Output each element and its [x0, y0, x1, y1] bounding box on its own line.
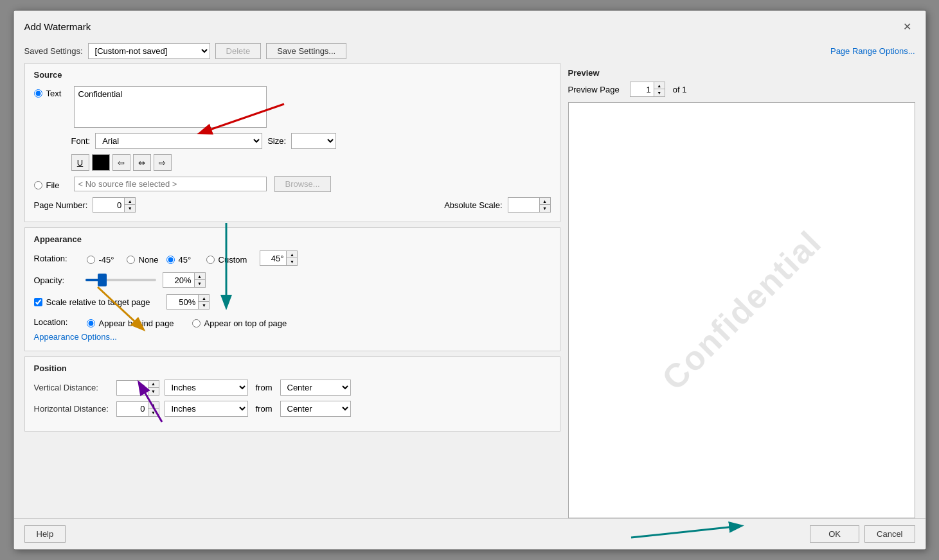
- vertical-unit-select[interactable]: Inches: [165, 380, 248, 396]
- horizontal-up[interactable]: ▲: [148, 402, 159, 409]
- opacity-up[interactable]: ▲: [195, 273, 205, 280]
- file-label: File: [46, 180, 60, 190]
- opacity-label: Opacity:: [34, 276, 79, 285]
- toolbar: Saved Settings: [Custom-not saved] Delet…: [14, 39, 926, 63]
- format-row: U ⇦ ⇔ ⇨: [71, 154, 551, 171]
- rotation-up[interactable]: ▲: [287, 251, 297, 258]
- loc-behind-text: Appear behind page: [99, 319, 174, 328]
- file-row: File Browse...: [34, 176, 551, 192]
- loc-behind-label[interactable]: Appear behind page: [87, 319, 174, 328]
- preview-page-spin-arrows: ▲ ▼: [654, 82, 665, 96]
- align-center-button[interactable]: ⇔: [133, 154, 151, 171]
- vertical-from-select[interactable]: Center: [280, 380, 351, 396]
- rotation-neg45-label[interactable]: -45°: [87, 255, 119, 265]
- vertical-input[interactable]: [117, 381, 148, 395]
- scale-input[interactable]: [167, 295, 198, 309]
- rotation-value-input[interactable]: [260, 251, 286, 265]
- save-settings-button[interactable]: Save Settings...: [266, 43, 346, 59]
- opacity-slider-fill: [85, 279, 100, 281]
- vertical-down[interactable]: ▼: [148, 388, 159, 395]
- rotation-row: Rotation: -45° None 45°: [34, 250, 551, 266]
- loc-ontop-label[interactable]: Appear on top of page: [192, 319, 287, 328]
- underline-button[interactable]: U: [71, 154, 89, 171]
- rotation-45-radio[interactable]: [166, 256, 175, 264]
- opacity-input[interactable]: [163, 273, 194, 287]
- rotation-none-label[interactable]: None: [127, 255, 159, 265]
- file-radio[interactable]: [34, 181, 42, 189]
- font-select[interactable]: Arial: [95, 133, 262, 149]
- absolute-scale-down[interactable]: ▼: [540, 205, 550, 212]
- scale-label: Scale relative to target page: [46, 297, 150, 307]
- preview-page-row: Preview Page ▲ ▼ of 1: [568, 82, 915, 97]
- page-range-link[interactable]: Page Range Options...: [830, 46, 915, 56]
- rotation-45-label[interactable]: 45°: [166, 255, 199, 265]
- ok-button[interactable]: OK: [810, 525, 859, 543]
- color-picker-button[interactable]: [92, 154, 110, 171]
- opacity-slider-track[interactable]: [85, 279, 156, 281]
- cancel-button[interactable]: Cancel: [864, 525, 915, 543]
- rotation-value-spinner: ▲ ▼: [260, 250, 298, 266]
- appearance-options-link[interactable]: Appearance Options...: [34, 332, 117, 342]
- align-right-button[interactable]: ⇨: [154, 154, 172, 171]
- rotation-radio-group: -45° None 45° Custom: [87, 252, 247, 265]
- opacity-slider-thumb[interactable]: [98, 274, 107, 286]
- rotation-custom-label[interactable]: Custom: [206, 255, 247, 265]
- size-select[interactable]: [291, 133, 336, 149]
- rotation-neg45-radio[interactable]: [87, 256, 95, 264]
- text-label: Text: [46, 89, 62, 98]
- horizontal-from-select[interactable]: Center: [280, 401, 351, 417]
- scale-checkbox-label[interactable]: Scale relative to target page: [34, 297, 150, 307]
- help-button[interactable]: Help: [24, 525, 66, 543]
- location-label: Location:: [34, 317, 79, 327]
- scale-checkbox[interactable]: [34, 298, 42, 306]
- preview-of-label: of 1: [673, 85, 687, 94]
- file-path-input[interactable]: [74, 177, 267, 191]
- preview-box: Confidential: [568, 102, 915, 518]
- absolute-scale-input[interactable]: [508, 198, 539, 212]
- close-button[interactable]: ✕: [900, 19, 915, 34]
- appearance-title: Appearance: [34, 234, 551, 244]
- text-radio[interactable]: [34, 89, 42, 98]
- page-number-spinner: ▲ ▼: [93, 197, 136, 213]
- vertical-spinner: ▲ ▼: [116, 380, 159, 396]
- loc-ontop-radio[interactable]: [192, 319, 201, 328]
- preview-page-input[interactable]: [630, 82, 654, 96]
- vertical-up[interactable]: ▲: [148, 381, 159, 388]
- location-row: Location: Appear behind page Appear on t…: [34, 316, 551, 328]
- preview-page-up[interactable]: ▲: [654, 82, 665, 89]
- horizontal-label: Horizontal Distance:: [34, 404, 111, 414]
- opacity-down[interactable]: ▼: [195, 280, 205, 287]
- scale-row: Scale relative to target page ▲ ▼: [34, 294, 551, 310]
- absolute-scale-up[interactable]: ▲: [540, 198, 550, 205]
- rotation-down[interactable]: ▼: [287, 258, 297, 265]
- title-bar: Add Watermark ✕: [14, 11, 926, 39]
- rotation-45-text: 45°: [179, 255, 192, 265]
- dialog-title: Add Watermark: [24, 21, 91, 32]
- watermark-preview-text: Confidential: [654, 223, 829, 398]
- page-number-down[interactable]: ▼: [125, 205, 135, 212]
- right-panel: Preview Preview Page ▲ ▼ of 1 Confidenti…: [568, 63, 915, 518]
- page-number-up[interactable]: ▲: [125, 198, 135, 205]
- preview-page-down[interactable]: ▼: [654, 89, 665, 96]
- loc-behind-radio[interactable]: [87, 319, 95, 328]
- align-left-button[interactable]: ⇦: [112, 154, 130, 171]
- position-title: Position: [34, 363, 551, 373]
- scale-down[interactable]: ▼: [199, 302, 209, 309]
- rotation-none-text: None: [139, 255, 159, 265]
- file-radio-label[interactable]: File: [34, 180, 66, 190]
- horizontal-input[interactable]: [117, 402, 148, 416]
- horizontal-down[interactable]: ▼: [148, 409, 159, 416]
- left-panel: Source Text Confidential Font: Arial Siz…: [24, 63, 560, 518]
- absolute-scale-label: Absolute Scale:: [444, 200, 502, 210]
- rotation-custom-radio[interactable]: [206, 256, 215, 264]
- delete-button[interactable]: Delete: [215, 43, 262, 59]
- watermark-text-input[interactable]: Confidential: [74, 86, 267, 128]
- horizontal-unit-select[interactable]: Inches: [165, 401, 248, 417]
- saved-settings-select[interactable]: [Custom-not saved]: [88, 43, 210, 59]
- text-radio-label[interactable]: Text: [34, 89, 66, 98]
- browse-button[interactable]: Browse...: [274, 176, 331, 192]
- page-number-input[interactable]: [93, 198, 124, 212]
- scale-up[interactable]: ▲: [199, 295, 209, 302]
- font-row: Font: Arial Size:: [71, 133, 551, 149]
- rotation-none-radio[interactable]: [127, 256, 135, 264]
